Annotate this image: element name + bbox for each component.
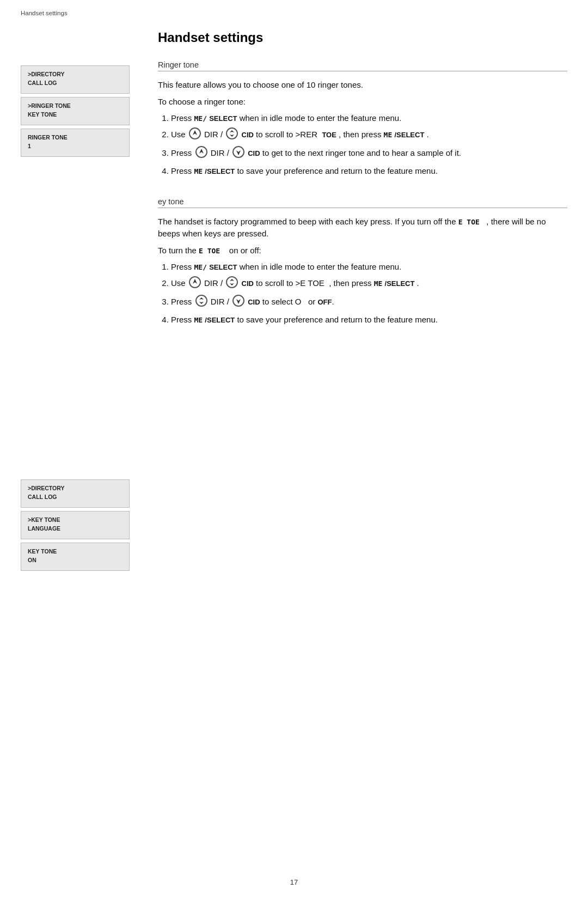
page-title: Handset settings	[158, 30, 567, 45]
section-intro-keytone: The handset is factory programmed to bee…	[158, 216, 567, 240]
page-number: 17	[290, 878, 298, 886]
kt-step2-me: ME	[374, 279, 383, 288]
svg-marker-6	[199, 149, 204, 154]
up-dir-icon-2	[195, 146, 207, 161]
kt-step1-select: SELECT	[209, 263, 237, 271]
svg-point-14	[196, 295, 207, 306]
svg-point-11	[226, 277, 237, 288]
etoe-mono-1: E TOE	[458, 218, 480, 226]
section-ringer-tone: Ringer tone This feature allows you to c…	[158, 60, 567, 178]
step2-me-1: ME	[384, 131, 393, 139]
step2-cid-1: CID	[242, 131, 254, 139]
section-sub-keytone: To turn the E TOE on or off:	[158, 246, 567, 255]
phone-box-ringertone-1: >RINGER TONE KEY TONE	[21, 97, 130, 125]
menu-item-keytone-val: ON	[28, 556, 122, 565]
kt-step3-off: OFF	[317, 298, 332, 306]
step1-me: ME/	[194, 114, 207, 123]
menu-item-language: LANGUAGE	[28, 525, 122, 533]
up-dir-icon-1	[189, 127, 201, 143]
svg-marker-12	[230, 279, 234, 281]
breadcrumb: Handset settings	[21, 10, 68, 16]
section-header-ringer: Ringer tone	[158, 60, 567, 71]
svg-marker-18	[236, 299, 241, 304]
ringer-step-4: Press ME /SELECT to save your preference…	[171, 165, 567, 177]
svg-marker-10	[193, 279, 197, 284]
omni-cid-icon-1	[226, 127, 238, 143]
phone-box-keytone-2: >KEY TONE LANGUAGE	[21, 511, 130, 539]
menu-item-directory-2: >DIRECTORY	[28, 484, 122, 493]
ringer-steps: Press ME/ SELECT when in idle mode to en…	[171, 112, 567, 178]
kt-step3-cid: CID	[248, 298, 260, 306]
kt-step2-select: /SELECT	[385, 279, 415, 288]
keytone-step-4: Press ME /SELECT to save your preference…	[171, 313, 567, 326]
menu-item-keytone-2: >KEY TONE	[28, 516, 122, 525]
down-cid-icon-1	[232, 146, 244, 161]
step2-toe-1: TOE	[322, 131, 336, 139]
step1-select: SELECT	[209, 114, 237, 123]
step4-select-1: /SELECT	[205, 167, 235, 175]
menu-item-ringertone-val: 1	[28, 142, 122, 151]
svg-point-2	[226, 128, 237, 139]
omni-cid-icon-2	[226, 276, 238, 291]
kt-step4-select: /SELECT	[205, 316, 235, 324]
menu-item-keytone-label: KEY TONE	[28, 547, 122, 556]
menu-item-calllog-1: CALL LOG	[28, 79, 122, 88]
section-header-keytone: ey tone	[158, 197, 567, 208]
svg-marker-3	[230, 130, 234, 132]
down-cid-icon-2	[232, 295, 244, 310]
svg-marker-4	[230, 135, 234, 137]
main-content: Handset settings Ringer tone This featur…	[158, 30, 567, 334]
left-col-ringer: >DIRECTORY CALL LOG >RINGER TONE KEY TON…	[21, 65, 130, 160]
kt-step2-cid: CID	[242, 279, 254, 288]
menu-item-directory-1: >DIRECTORY	[28, 70, 122, 79]
section-sub-ringer: To choose a ringer tone:	[158, 97, 567, 106]
kt-step1-me: ME/	[194, 263, 207, 271]
svg-marker-16	[199, 302, 204, 304]
phone-box-ringertone-value: RINGER TONE 1	[21, 129, 130, 157]
svg-marker-13	[230, 283, 234, 285]
keytone-step-2: Use DIR / CID to scroll to >E TOE ,	[171, 276, 567, 291]
keytone-steps: Press ME/ SELECT when in idle mode to en…	[171, 260, 567, 326]
up-dir-icon-3	[189, 276, 201, 291]
phone-box-keytone-value: KEY TONE ON	[21, 543, 130, 571]
keytone-step-1: Press ME/ SELECT when in idle mode to en…	[171, 260, 567, 273]
menu-item-ringertone-label: RINGER TONE	[28, 133, 122, 142]
svg-marker-15	[199, 297, 204, 300]
etoe-mono-2: E TOE	[199, 247, 220, 255]
section-intro-ringer: This feature allows you to choose one of…	[158, 79, 567, 92]
section-key-tone: ey tone The handset is factory programme…	[158, 197, 567, 326]
menu-item-calllog-2: CALL LOG	[28, 493, 122, 502]
step4-me-1: ME	[194, 167, 203, 175]
phone-box-directory-2: >DIRECTORY CALL LOG	[21, 479, 130, 508]
svg-marker-8	[236, 150, 241, 155]
menu-item-ringertone: >RINGER TONE	[28, 102, 122, 111]
omni2-dir-icon	[195, 295, 207, 310]
keytone-step-3: Press DIR / CID to select O or OFF.	[171, 295, 567, 310]
phone-box-directory-1: >DIRECTORY CALL LOG	[21, 65, 130, 94]
step2-select-1: /SELECT	[394, 131, 424, 139]
ringer-step-1: Press ME/ SELECT when in idle mode to en…	[171, 112, 567, 124]
kt-step4-me: ME	[194, 316, 203, 324]
ringer-step-3: Press DIR / CID to get to the next ringe…	[171, 146, 567, 161]
svg-marker-1	[193, 130, 197, 135]
left-col-keytone: >DIRECTORY CALL LOG >KEY TONE LANGUAGE K…	[21, 479, 130, 574]
step3-cid-1: CID	[248, 149, 260, 157]
menu-item-keytone-1: KEY TONE	[28, 111, 122, 119]
ringer-step-2: Use DIR / CID to scroll to >RE	[171, 127, 567, 143]
